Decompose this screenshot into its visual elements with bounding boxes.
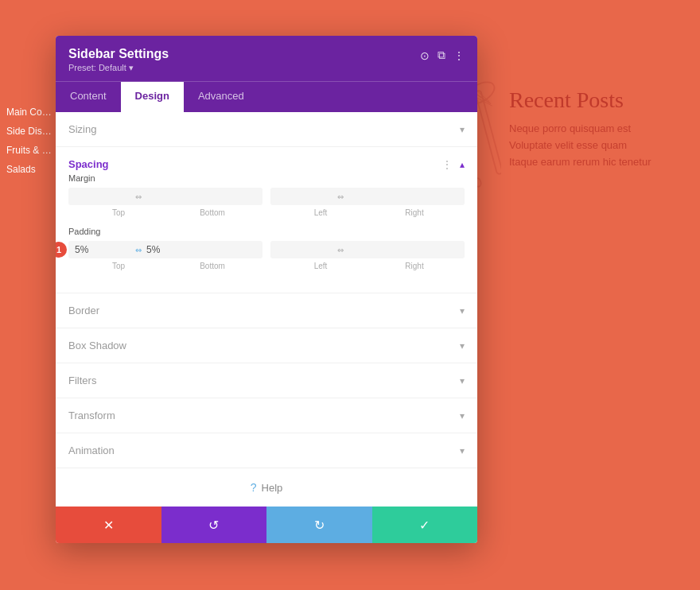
padding-top-label: Top xyxy=(72,262,165,270)
help-label: Help xyxy=(262,482,283,494)
padding-right-input[interactable] xyxy=(348,244,404,255)
sidebar-item-fruits-veg[interactable]: Fruits & Veg xyxy=(0,142,60,159)
spacing-section-header[interactable]: Spacing ⋮ ▴ xyxy=(56,147,477,173)
margin-left-right-pair: ⇔ xyxy=(270,188,465,205)
padding-label: Padding xyxy=(68,227,465,236)
margin-tb-labels: Top Bottom xyxy=(68,208,262,217)
modal-header-icons: ⊙ ⧉ ⋮ xyxy=(420,49,465,62)
padding-left-label: Left xyxy=(274,262,368,270)
margin-left-right-group: ⇔ xyxy=(270,188,465,205)
margin-inputs-row: ⇔ ⇔ xyxy=(68,188,465,205)
help-icon: ? xyxy=(251,481,257,494)
undo-button[interactable]: ↺ xyxy=(161,507,267,543)
filters-section-title: Filters xyxy=(68,375,96,386)
padding-left-right-group: ⇔ xyxy=(270,241,465,258)
tab-design[interactable]: Design xyxy=(121,82,184,112)
border-section-header[interactable]: Border ▾ xyxy=(56,293,477,328)
layout-icon[interactable]: ⧉ xyxy=(438,49,445,62)
transform-chevron-icon: ▾ xyxy=(460,410,465,421)
margin-bottom-input[interactable] xyxy=(146,191,202,202)
spacing-options-icon[interactable]: ⋮ xyxy=(442,159,452,170)
tab-content[interactable]: Content xyxy=(56,82,121,112)
focus-icon[interactable]: ⊙ xyxy=(420,49,430,62)
padding-left-right-pair: ⇔ xyxy=(270,241,465,258)
padding-bottom-input[interactable] xyxy=(146,244,202,255)
recent-post-item-1: Neque porro quisquam est xyxy=(509,122,668,134)
animation-section-title: Animation xyxy=(68,444,115,456)
padding-lr-labels: Left Right xyxy=(270,262,465,270)
sidebar-item-salads[interactable]: Salads xyxy=(0,161,60,178)
padding-bottom-label: Bottom xyxy=(165,262,259,270)
modal-footer: ✕ ↺ ↻ ✓ xyxy=(56,507,477,543)
left-navigation: Main Cours Side Dishes Fruits & Veg Sala… xyxy=(0,103,60,178)
margin-right-label: Right xyxy=(368,208,461,217)
spacing-chevron-icon: ▴ xyxy=(460,159,465,170)
sidebar-item-main-cours[interactable]: Main Cours xyxy=(0,103,60,121)
margin-left-label: Left xyxy=(274,208,368,217)
filters-chevron-icon: ▾ xyxy=(460,375,465,386)
filters-section-header[interactable]: Filters ▾ xyxy=(56,363,477,398)
padding-top-input[interactable] xyxy=(75,244,130,255)
padding-inputs-row: 1 ⇔ ⇔ xyxy=(68,241,465,258)
modal-preset[interactable]: Preset: Default ▾ xyxy=(68,63,169,73)
cancel-button[interactable]: ✕ xyxy=(56,507,161,543)
recent-posts-title: Recent Posts xyxy=(509,87,668,113)
right-content-area: Recent Posts Neque porro quisquam est Vo… xyxy=(493,72,684,188)
margin-top-bottom-group: ⇔ xyxy=(68,188,262,205)
animation-chevron-icon: ▾ xyxy=(460,445,465,456)
margin-label: Margin xyxy=(68,173,465,183)
spacing-section-title: Spacing xyxy=(68,158,109,170)
animation-section-header[interactable]: Animation ▾ xyxy=(56,433,477,468)
transform-section-title: Transform xyxy=(68,410,115,421)
tab-advanced[interactable]: Advanced xyxy=(184,82,259,112)
modal-header-left: Sidebar Settings Preset: Default ▾ xyxy=(68,47,169,73)
modal-title: Sidebar Settings xyxy=(68,47,169,61)
spacing-content: Margin ⇔ ⇔ xyxy=(56,173,477,293)
sizing-section-title: Sizing xyxy=(68,123,96,135)
margin-labels-row: Top Bottom Left Right xyxy=(68,208,465,217)
margin-bottom-label: Bottom xyxy=(165,208,259,217)
animation-section: Animation ▾ xyxy=(56,433,477,468)
padding-labels-row: Top Bottom Left Right xyxy=(68,262,465,270)
margin-top-label: Top xyxy=(72,208,165,217)
sizing-section: Sizing ▾ xyxy=(56,112,477,147)
margin-right-input[interactable] xyxy=(348,191,404,202)
modal-body: Sizing ▾ Spacing ⋮ ▴ Margin xyxy=(56,112,477,507)
padding-left-input[interactable] xyxy=(277,244,332,255)
redo-button[interactable]: ↻ xyxy=(266,507,372,543)
sidebar-item-side-dishes[interactable]: Side Dishes xyxy=(0,122,60,140)
padding-top-bottom-pair: ⇔ xyxy=(68,241,262,258)
recent-post-item-2: Voluptate velit esse quam xyxy=(509,139,668,151)
box-shadow-section-header[interactable]: Box Shadow ▾ xyxy=(56,328,477,363)
badge-number-1: 1 xyxy=(56,242,67,258)
recent-post-item-3: Itaque earum rerum hic tenetur xyxy=(509,156,668,168)
transform-section-header[interactable]: Transform ▾ xyxy=(56,398,477,433)
border-chevron-icon: ▾ xyxy=(460,305,465,316)
margin-top-input[interactable] xyxy=(75,191,130,202)
sizing-chevron-icon: ▾ xyxy=(460,124,465,135)
sizing-section-header[interactable]: Sizing ▾ xyxy=(56,112,477,146)
margin-left-input[interactable] xyxy=(277,191,332,202)
margin-lr-labels: Left Right xyxy=(270,208,465,217)
margin-top-bottom-pair: ⇔ xyxy=(68,188,262,205)
box-shadow-chevron-icon: ▾ xyxy=(460,340,465,351)
box-shadow-section-title: Box Shadow xyxy=(68,340,126,351)
border-section-title: Border xyxy=(68,305,99,316)
margin-tb-link-icon[interactable]: ⇔ xyxy=(135,192,142,201)
margin-lr-link-icon[interactable]: ⇔ xyxy=(337,192,344,201)
padding-lr-link-icon[interactable]: ⇔ xyxy=(337,246,344,254)
more-options-icon[interactable]: ⋮ xyxy=(453,49,465,62)
save-button[interactable]: ✓ xyxy=(372,507,478,543)
border-section: Border ▾ xyxy=(56,293,477,328)
padding-right-label: Right xyxy=(368,262,461,270)
help-row[interactable]: ? Help xyxy=(56,468,477,507)
transform-section: Transform ▾ xyxy=(56,398,477,433)
padding-tb-labels: Top Bottom xyxy=(68,262,262,270)
spacing-section: Spacing ⋮ ▴ Margin ⇔ xyxy=(56,147,477,293)
sidebar-settings-modal: Sidebar Settings Preset: Default ▾ ⊙ ⧉ ⋮… xyxy=(56,36,477,543)
modal-header: Sidebar Settings Preset: Default ▾ ⊙ ⧉ ⋮ xyxy=(56,36,477,81)
filters-section: Filters ▾ xyxy=(56,363,477,398)
padding-top-bottom-group: ⇔ xyxy=(68,241,262,258)
modal-tabs: Content Design Advanced xyxy=(56,81,477,112)
padding-tb-link-icon[interactable]: ⇔ xyxy=(135,246,142,254)
